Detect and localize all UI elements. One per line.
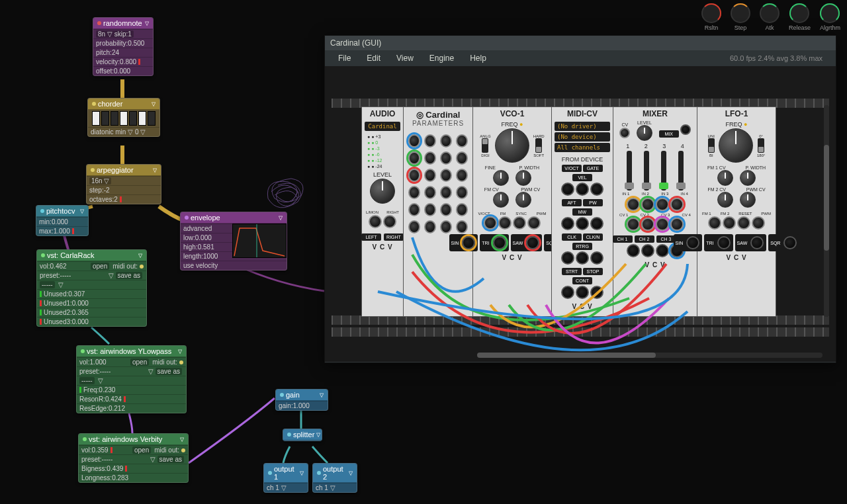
cardinal-window[interactable]: Cardinal (GUI) File Edit View Engine Hel… bbox=[324, 35, 836, 363]
node-output2[interactable]: output 2▽ ch 1 ▽ bbox=[312, 463, 357, 493]
node-chorder[interactable]: chorder▽ diatonic min ▽ 0 ▽ bbox=[87, 98, 160, 137]
chorder-keys[interactable] bbox=[88, 110, 159, 127]
node-pitchtocv[interactable]: pitchtocv▽ min:0.000 max:1.000 bbox=[36, 205, 89, 236]
rack-hscroll[interactable] bbox=[477, 353, 823, 358]
node-vst-carlarack[interactable]: vst: CarlaRack▽ vol:0.462openmidi out: p… bbox=[36, 249, 147, 327]
menu-file[interactable]: File bbox=[338, 54, 351, 63]
node-arpeggiator[interactable]: arpeggiator▽ 16n ▽ step:-2 octaves:2 bbox=[86, 164, 161, 204]
window-menubar: File Edit View Engine Help 60.0 fps 2.4%… bbox=[325, 50, 836, 67]
lfo-freq-knob[interactable] bbox=[719, 128, 753, 163]
node-splitter[interactable]: splitter▽ bbox=[283, 429, 322, 441]
node-output1[interactable]: output 1▽ ch 1 ▽ bbox=[263, 463, 308, 493]
top-knob-strip: Rsltn Step Atk Release Algrthm bbox=[701, 3, 840, 31]
rack-vscroll[interactable] bbox=[824, 105, 829, 317]
module-vco1[interactable]: VCO-1 FREQ ● ANLGDIGI HARDSOFT FINEP. WI… bbox=[472, 106, 552, 317]
menu-view[interactable]: View bbox=[396, 54, 414, 63]
window-titlebar[interactable]: Cardinal (GUI) bbox=[325, 36, 836, 50]
menu-help[interactable]: Help bbox=[470, 54, 486, 63]
menu-engine[interactable]: Engine bbox=[429, 54, 454, 63]
node-vst-ylowpass[interactable]: vst: airwindows YLowpass▽ vol:1.000openm… bbox=[76, 345, 187, 413]
vco-freq-knob[interactable] bbox=[495, 128, 529, 163]
module-audio[interactable]: AUDIO Cardinal ● ● +3 ● ● 0 ● ● -3 ● ● -… bbox=[361, 106, 404, 317]
node-envelope[interactable]: envelope▽ advanced low:0.000 high:0.581 … bbox=[180, 212, 287, 271]
menu-edit[interactable]: Edit bbox=[367, 54, 380, 63]
node-gain[interactable]: gain▽ gain:1.000 bbox=[275, 389, 328, 411]
open-button[interactable]: open bbox=[91, 263, 109, 270]
knob-release[interactable]: Release bbox=[789, 3, 811, 31]
audio-level-knob[interactable] bbox=[370, 179, 395, 204]
envelope-graph bbox=[232, 224, 287, 258]
saveas-button[interactable]: save as bbox=[116, 272, 142, 279]
module-parameters[interactable]: ◎ Cardinal PARAMETERS bbox=[403, 106, 473, 317]
knob-algrthm[interactable]: Algrthm bbox=[820, 3, 840, 31]
knob-rsltn[interactable]: Rsltn bbox=[701, 3, 721, 31]
knob-step[interactable]: Step bbox=[731, 3, 750, 31]
module-mixer[interactable]: MIXER CV LEVEL MIX 1234 IN 1IN 2IN 3IN 4… bbox=[613, 106, 697, 317]
module-midicv[interactable]: MIDI-CV (No driver) (No device) All chan… bbox=[551, 106, 613, 317]
node-vst-verbity[interactable]: vst: airwindows Verbity▽ vol:0.359openmi… bbox=[78, 433, 189, 483]
module-lfo1[interactable]: LFO-1 FREQ ● UNIBI 0°180° FM 1 CVP. WIDT… bbox=[697, 106, 776, 317]
node-randomnote[interactable]: randomnote▽ 8n ▽ skip:1 probability:0.50… bbox=[93, 17, 154, 76]
knob-atk[interactable]: Atk bbox=[760, 3, 780, 31]
fps-stats: 60.0 fps 2.4% avg 3.8% max bbox=[730, 54, 823, 62]
